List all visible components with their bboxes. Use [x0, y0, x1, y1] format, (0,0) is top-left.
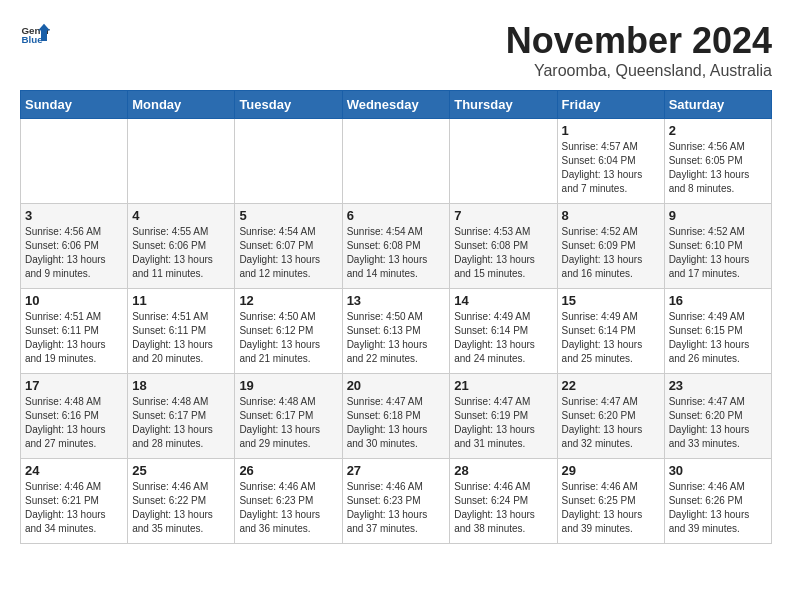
day-number: 6	[347, 208, 446, 223]
day-number: 24	[25, 463, 123, 478]
day-info: Sunrise: 4:51 AM Sunset: 6:11 PM Dayligh…	[25, 310, 123, 366]
calendar-cell: 16Sunrise: 4:49 AM Sunset: 6:15 PM Dayli…	[664, 289, 771, 374]
day-number: 27	[347, 463, 446, 478]
calendar-header: SundayMondayTuesdayWednesdayThursdayFrid…	[21, 91, 772, 119]
calendar-cell: 22Sunrise: 4:47 AM Sunset: 6:20 PM Dayli…	[557, 374, 664, 459]
calendar-cell: 4Sunrise: 4:55 AM Sunset: 6:06 PM Daylig…	[128, 204, 235, 289]
day-info: Sunrise: 4:52 AM Sunset: 6:10 PM Dayligh…	[669, 225, 767, 281]
calendar-cell: 13Sunrise: 4:50 AM Sunset: 6:13 PM Dayli…	[342, 289, 450, 374]
weekday-header-monday: Monday	[128, 91, 235, 119]
calendar-cell: 28Sunrise: 4:46 AM Sunset: 6:24 PM Dayli…	[450, 459, 557, 544]
day-info: Sunrise: 4:54 AM Sunset: 6:08 PM Dayligh…	[347, 225, 446, 281]
weekday-header-thursday: Thursday	[450, 91, 557, 119]
weekday-header-tuesday: Tuesday	[235, 91, 342, 119]
day-info: Sunrise: 4:46 AM Sunset: 6:23 PM Dayligh…	[347, 480, 446, 536]
day-info: Sunrise: 4:47 AM Sunset: 6:20 PM Dayligh…	[669, 395, 767, 451]
day-number: 23	[669, 378, 767, 393]
logo: General Blue	[20, 20, 50, 50]
week-row-1: 1Sunrise: 4:57 AM Sunset: 6:04 PM Daylig…	[21, 119, 772, 204]
title-area: November 2024 Yaroomba, Queensland, Aust…	[506, 20, 772, 80]
calendar-cell: 25Sunrise: 4:46 AM Sunset: 6:22 PM Dayli…	[128, 459, 235, 544]
calendar: SundayMondayTuesdayWednesdayThursdayFrid…	[20, 90, 772, 544]
day-info: Sunrise: 4:46 AM Sunset: 6:22 PM Dayligh…	[132, 480, 230, 536]
calendar-cell: 7Sunrise: 4:53 AM Sunset: 6:08 PM Daylig…	[450, 204, 557, 289]
weekday-row: SundayMondayTuesdayWednesdayThursdayFrid…	[21, 91, 772, 119]
day-info: Sunrise: 4:47 AM Sunset: 6:19 PM Dayligh…	[454, 395, 552, 451]
day-number: 25	[132, 463, 230, 478]
location-title: Yaroomba, Queensland, Australia	[506, 62, 772, 80]
logo-icon: General Blue	[20, 20, 50, 50]
day-number: 5	[239, 208, 337, 223]
day-number: 21	[454, 378, 552, 393]
svg-text:Blue: Blue	[22, 34, 44, 45]
weekday-header-saturday: Saturday	[664, 91, 771, 119]
day-number: 9	[669, 208, 767, 223]
calendar-cell: 20Sunrise: 4:47 AM Sunset: 6:18 PM Dayli…	[342, 374, 450, 459]
day-number: 7	[454, 208, 552, 223]
calendar-body: 1Sunrise: 4:57 AM Sunset: 6:04 PM Daylig…	[21, 119, 772, 544]
calendar-cell: 26Sunrise: 4:46 AM Sunset: 6:23 PM Dayli…	[235, 459, 342, 544]
day-info: Sunrise: 4:52 AM Sunset: 6:09 PM Dayligh…	[562, 225, 660, 281]
calendar-cell: 12Sunrise: 4:50 AM Sunset: 6:12 PM Dayli…	[235, 289, 342, 374]
calendar-cell: 29Sunrise: 4:46 AM Sunset: 6:25 PM Dayli…	[557, 459, 664, 544]
calendar-cell	[342, 119, 450, 204]
weekday-header-wednesday: Wednesday	[342, 91, 450, 119]
day-number: 11	[132, 293, 230, 308]
day-info: Sunrise: 4:54 AM Sunset: 6:07 PM Dayligh…	[239, 225, 337, 281]
calendar-cell: 6Sunrise: 4:54 AM Sunset: 6:08 PM Daylig…	[342, 204, 450, 289]
day-number: 16	[669, 293, 767, 308]
calendar-cell: 14Sunrise: 4:49 AM Sunset: 6:14 PM Dayli…	[450, 289, 557, 374]
day-info: Sunrise: 4:48 AM Sunset: 6:17 PM Dayligh…	[132, 395, 230, 451]
week-row-3: 10Sunrise: 4:51 AM Sunset: 6:11 PM Dayli…	[21, 289, 772, 374]
day-info: Sunrise: 4:56 AM Sunset: 6:05 PM Dayligh…	[669, 140, 767, 196]
calendar-cell	[450, 119, 557, 204]
day-info: Sunrise: 4:46 AM Sunset: 6:24 PM Dayligh…	[454, 480, 552, 536]
day-info: Sunrise: 4:56 AM Sunset: 6:06 PM Dayligh…	[25, 225, 123, 281]
calendar-cell: 2Sunrise: 4:56 AM Sunset: 6:05 PM Daylig…	[664, 119, 771, 204]
day-number: 2	[669, 123, 767, 138]
weekday-header-sunday: Sunday	[21, 91, 128, 119]
day-number: 26	[239, 463, 337, 478]
day-info: Sunrise: 4:47 AM Sunset: 6:20 PM Dayligh…	[562, 395, 660, 451]
weekday-header-friday: Friday	[557, 91, 664, 119]
day-number: 13	[347, 293, 446, 308]
week-row-4: 17Sunrise: 4:48 AM Sunset: 6:16 PM Dayli…	[21, 374, 772, 459]
day-info: Sunrise: 4:46 AM Sunset: 6:23 PM Dayligh…	[239, 480, 337, 536]
day-info: Sunrise: 4:46 AM Sunset: 6:26 PM Dayligh…	[669, 480, 767, 536]
calendar-cell: 15Sunrise: 4:49 AM Sunset: 6:14 PM Dayli…	[557, 289, 664, 374]
day-info: Sunrise: 4:48 AM Sunset: 6:17 PM Dayligh…	[239, 395, 337, 451]
day-info: Sunrise: 4:49 AM Sunset: 6:14 PM Dayligh…	[562, 310, 660, 366]
day-number: 12	[239, 293, 337, 308]
day-info: Sunrise: 4:46 AM Sunset: 6:25 PM Dayligh…	[562, 480, 660, 536]
calendar-cell	[235, 119, 342, 204]
header: General Blue November 2024 Yaroomba, Que…	[20, 20, 772, 80]
week-row-2: 3Sunrise: 4:56 AM Sunset: 6:06 PM Daylig…	[21, 204, 772, 289]
calendar-cell: 8Sunrise: 4:52 AM Sunset: 6:09 PM Daylig…	[557, 204, 664, 289]
calendar-cell: 11Sunrise: 4:51 AM Sunset: 6:11 PM Dayli…	[128, 289, 235, 374]
day-info: Sunrise: 4:50 AM Sunset: 6:12 PM Dayligh…	[239, 310, 337, 366]
day-number: 22	[562, 378, 660, 393]
day-number: 28	[454, 463, 552, 478]
day-info: Sunrise: 4:47 AM Sunset: 6:18 PM Dayligh…	[347, 395, 446, 451]
calendar-cell: 17Sunrise: 4:48 AM Sunset: 6:16 PM Dayli…	[21, 374, 128, 459]
day-info: Sunrise: 4:49 AM Sunset: 6:14 PM Dayligh…	[454, 310, 552, 366]
calendar-cell: 27Sunrise: 4:46 AM Sunset: 6:23 PM Dayli…	[342, 459, 450, 544]
calendar-cell: 18Sunrise: 4:48 AM Sunset: 6:17 PM Dayli…	[128, 374, 235, 459]
day-number: 15	[562, 293, 660, 308]
calendar-cell: 19Sunrise: 4:48 AM Sunset: 6:17 PM Dayli…	[235, 374, 342, 459]
calendar-cell: 30Sunrise: 4:46 AM Sunset: 6:26 PM Dayli…	[664, 459, 771, 544]
day-number: 19	[239, 378, 337, 393]
day-info: Sunrise: 4:46 AM Sunset: 6:21 PM Dayligh…	[25, 480, 123, 536]
month-title: November 2024	[506, 20, 772, 62]
day-number: 17	[25, 378, 123, 393]
calendar-cell	[128, 119, 235, 204]
day-info: Sunrise: 4:55 AM Sunset: 6:06 PM Dayligh…	[132, 225, 230, 281]
calendar-cell: 3Sunrise: 4:56 AM Sunset: 6:06 PM Daylig…	[21, 204, 128, 289]
day-number: 18	[132, 378, 230, 393]
calendar-cell: 9Sunrise: 4:52 AM Sunset: 6:10 PM Daylig…	[664, 204, 771, 289]
calendar-cell: 10Sunrise: 4:51 AM Sunset: 6:11 PM Dayli…	[21, 289, 128, 374]
day-number: 30	[669, 463, 767, 478]
day-info: Sunrise: 4:48 AM Sunset: 6:16 PM Dayligh…	[25, 395, 123, 451]
calendar-cell: 5Sunrise: 4:54 AM Sunset: 6:07 PM Daylig…	[235, 204, 342, 289]
day-number: 29	[562, 463, 660, 478]
